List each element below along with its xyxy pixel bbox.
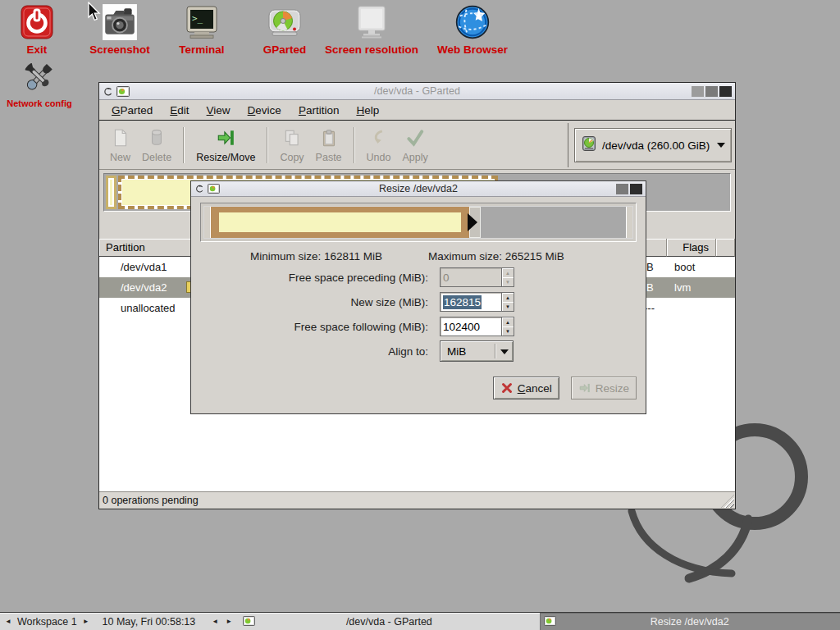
desktop-icon-screenshot[interactable]: Screenshot — [75, 2, 165, 56]
undo-button[interactable]: Undo — [361, 123, 397, 167]
desktop: { "desktop": { "label_color": "#cc0000",… — [0, 0, 840, 630]
workspace-label: Workspace 1 — [17, 616, 77, 628]
workspace-next-icon[interactable]: ► — [83, 618, 89, 625]
taskbar-task[interactable]: Resize /dev/vda2 — [540, 613, 840, 630]
free-space-following-label: Free space following (MiB): — [191, 321, 440, 333]
end-cell — [716, 277, 735, 298]
desktop-icon-network-config[interactable]: Network config — [3, 57, 75, 108]
desktop-icon-label: Screen resolution — [316, 43, 427, 56]
menu-view[interactable]: View — [199, 103, 238, 118]
resize-grip[interactable] — [721, 495, 734, 508]
delete-button[interactable]: Delete — [136, 123, 177, 167]
delete-icon — [147, 128, 167, 151]
spin-down-icon[interactable]: ▼ — [502, 302, 514, 311]
task-prev-icon[interactable]: ◄ — [212, 618, 218, 625]
free-space-preceding-input[interactable]: 0 — [440, 267, 502, 287]
align-to-label: Align to: — [191, 345, 440, 358]
chevron-down-icon — [717, 143, 725, 148]
minimum-size-label: Minimum size: 162811 MiB — [250, 250, 382, 262]
toolbar-button-label: Delete — [142, 152, 171, 163]
cancel-x-icon — [500, 381, 514, 395]
align-to-value: MiB — [447, 345, 466, 358]
desktop-icon-label: Network config — [3, 98, 75, 108]
menu-gparted[interactable]: GParted — [104, 103, 160, 118]
gparted-window-icon — [116, 86, 130, 97]
spin-up-icon[interactable]: ▲ — [502, 268, 514, 277]
taskbar: ◄ Workspace 1 ► 10 May, Fri 00:58:13 ◄ ►… — [0, 612, 840, 630]
window-buttons — [692, 86, 732, 97]
task-next-icon[interactable]: ► — [226, 618, 232, 625]
combo-divider — [495, 344, 496, 358]
resize-slider-track — [203, 206, 633, 239]
resize-right-drag-handle[interactable] — [469, 207, 481, 238]
resize-track-end-handle[interactable] — [626, 207, 632, 238]
resize-arrow-icon — [578, 381, 591, 395]
close-button[interactable] — [630, 184, 642, 194]
desktop-icon-terminal[interactable]: >_Terminal — [161, 2, 243, 56]
dialog-titlebar[interactable]: Resize /dev/vda2 — [191, 181, 646, 197]
spin-up-icon[interactable]: ▲ — [502, 317, 514, 326]
spin-down-icon[interactable]: ▼ — [502, 326, 514, 336]
apply-button[interactable]: Apply — [396, 123, 433, 167]
new-size-row: New size (MiB):162815▲▼ — [191, 292, 646, 312]
cancel-button-label: Cancel — [518, 382, 552, 395]
desktop-icon-screen-resolution[interactable]: Screen resolution — [316, 2, 427, 56]
free-space-preceding-spinner[interactable]: ▲▼ — [502, 267, 514, 287]
screen-resolution-icon — [316, 2, 427, 42]
harddisk-icon — [581, 135, 597, 155]
desktop-icon-gparted[interactable]: GParted — [244, 2, 326, 56]
end-cell — [716, 257, 735, 277]
menu-partition[interactable]: Partition — [291, 103, 347, 118]
flags-cell: boot — [667, 257, 716, 277]
free-space-following-row: Free space following (MiB):102400▲▼ — [191, 317, 646, 336]
column-header-end — [716, 239, 735, 257]
main-window-titlebar[interactable]: /dev/vda - GParted — [99, 83, 735, 100]
gparted-window-icon — [208, 184, 220, 194]
resize-partition-block[interactable] — [211, 207, 469, 238]
iconify-button[interactable] — [692, 86, 704, 97]
menu-device[interactable]: Device — [240, 103, 289, 118]
maximum-size-label: Maximum size: 265215 MiB — [428, 250, 564, 262]
resize-dialog: Resize /dev/vda2 Minimum size: 162811 Mi… — [190, 180, 646, 414]
spin-up-icon[interactable]: ▲ — [502, 293, 514, 302]
menu-help[interactable]: Help — [349, 103, 386, 118]
toolbar-button-label: Resize/Move — [196, 152, 255, 163]
new-size-input[interactable]: 162815 — [440, 292, 502, 312]
paste-button[interactable]: Paste — [310, 123, 348, 167]
align-to-combobox[interactable]: MiB — [440, 340, 514, 362]
resize-move-button[interactable]: Resize/Move — [190, 123, 261, 167]
toolbar-separator — [267, 127, 268, 163]
maximize-button[interactable] — [616, 184, 628, 194]
new-size-label: New size (MiB): — [191, 296, 440, 308]
device-selector[interactable]: /dev/vda (260.00 GiB) — [574, 128, 732, 162]
resize-button[interactable]: Resize — [571, 377, 637, 399]
copy-button[interactable]: Copy — [274, 123, 309, 167]
free-space-preceding-label: Free space preceding (MiB): — [191, 272, 440, 284]
menu-edit[interactable]: Edit — [162, 103, 196, 118]
workspace-prev-icon[interactable]: ◄ — [5, 618, 11, 625]
resize-move-icon — [216, 128, 235, 151]
new-icon — [111, 128, 130, 151]
column-header-flags[interactable]: Flags — [667, 239, 716, 257]
resize-left-handle[interactable] — [204, 207, 211, 238]
desktop-icon-web-browser[interactable]: Web Browser — [423, 2, 522, 56]
paste-icon — [319, 128, 339, 151]
free-space-following-input[interactable]: 102400 — [440, 317, 502, 336]
spin-down-icon[interactable]: ▼ — [502, 277, 514, 286]
new-button[interactable]: New — [104, 123, 136, 167]
maximize-button[interactable] — [705, 86, 718, 97]
selected-text: 162815 — [443, 295, 482, 309]
toolbar-button-label: Copy — [280, 152, 304, 163]
taskbar-task[interactable]: /dev/vda - GParted — [239, 613, 539, 630]
new-size-spinner[interactable]: ▲▼ — [502, 292, 514, 312]
main-window-title: /dev/vda - GParted — [99, 85, 735, 97]
desktop-icon-label: Exit — [8, 43, 66, 56]
task-scroll-arrows: ◄ ► — [208, 613, 235, 630]
end-cell — [716, 298, 735, 318]
cancel-button[interactable]: Cancel — [493, 377, 559, 399]
debian-swirl-icon — [194, 184, 204, 194]
free-space-following-spinner[interactable]: ▲▼ — [502, 317, 514, 336]
desktop-icon-exit[interactable]: Exit — [8, 2, 66, 56]
partition-vda1-visual[interactable] — [106, 176, 116, 209]
close-button[interactable] — [719, 86, 732, 97]
